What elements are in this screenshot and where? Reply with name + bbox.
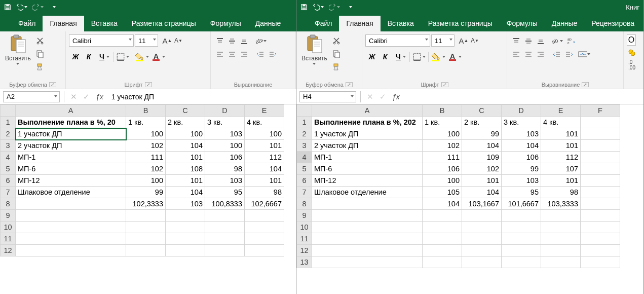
merge-center-icon[interactable] xyxy=(578,49,590,60)
align-center-icon[interactable] xyxy=(522,49,535,60)
cell[interactable] xyxy=(581,245,620,256)
cell[interactable] xyxy=(502,210,541,222)
cell[interactable] xyxy=(581,117,620,128)
orientation-icon[interactable]: ab xyxy=(551,35,563,47)
align-right-icon[interactable] xyxy=(238,49,250,60)
cell[interactable]: 101,6667 xyxy=(502,198,541,210)
cell[interactable] xyxy=(462,233,502,245)
cell[interactable]: 99 xyxy=(502,163,541,175)
font-launcher-icon[interactable]: ⤢ xyxy=(145,82,152,87)
column-header[interactable]: C xyxy=(462,105,502,117)
select-all-corner[interactable] xyxy=(297,105,312,117)
cell[interactable]: 100 xyxy=(126,175,166,187)
cell[interactable] xyxy=(126,222,166,233)
cell[interactable] xyxy=(581,140,620,152)
cell[interactable]: 102 xyxy=(462,163,502,175)
increase-indent-icon[interactable] xyxy=(267,49,279,60)
cell[interactable] xyxy=(581,210,620,222)
cut-icon[interactable] xyxy=(331,35,342,46)
align-top-icon[interactable] xyxy=(214,35,226,47)
italic-button[interactable]: К xyxy=(82,51,95,63)
cell[interactable]: 103 xyxy=(205,128,245,140)
cell[interactable] xyxy=(312,222,423,233)
cell[interactable] xyxy=(541,210,581,222)
cell[interactable] xyxy=(312,198,423,210)
cell[interactable]: 106 xyxy=(502,152,541,163)
tab-file[interactable]: Файл xyxy=(308,16,339,31)
cell[interactable]: МП-12 xyxy=(16,175,126,187)
tab-data[interactable]: Данные xyxy=(248,16,288,31)
row-header[interactable]: 7 xyxy=(1,187,16,198)
save-icon[interactable] xyxy=(300,4,308,11)
fill-color-button[interactable] xyxy=(134,52,150,62)
row-header[interactable]: 3 xyxy=(297,140,312,152)
row-header[interactable]: 12 xyxy=(297,245,312,256)
row-header[interactable]: 4 xyxy=(297,152,312,163)
column-header[interactable]: D xyxy=(205,105,245,117)
grow-font-icon[interactable]: A▲ xyxy=(162,35,172,46)
cell[interactable] xyxy=(581,175,620,187)
cell[interactable] xyxy=(423,245,462,256)
cell[interactable]: 95 xyxy=(502,187,541,198)
cell[interactable] xyxy=(581,222,620,233)
fx-icon[interactable]: ƒx xyxy=(392,93,400,101)
cell[interactable]: 99 xyxy=(126,187,166,198)
cell[interactable]: 107 xyxy=(541,163,581,175)
enter-icon[interactable]: ✓ xyxy=(380,92,386,101)
cell[interactable] xyxy=(16,198,126,210)
align-center-icon[interactable] xyxy=(226,49,238,60)
cell[interactable]: 105 xyxy=(423,187,462,198)
font-color-button[interactable]: A xyxy=(446,52,463,62)
cell[interactable] xyxy=(205,210,245,222)
row-header[interactable]: 13 xyxy=(297,256,312,268)
undo-icon[interactable] xyxy=(313,4,324,11)
row-header[interactable]: 10 xyxy=(1,222,16,233)
cell[interactable]: МП-12 xyxy=(312,175,423,187)
cell[interactable] xyxy=(502,245,541,256)
row-header[interactable]: 6 xyxy=(1,175,16,187)
cell[interactable] xyxy=(245,222,284,233)
align-left-icon[interactable] xyxy=(214,49,226,60)
cell[interactable] xyxy=(581,198,620,210)
cell[interactable] xyxy=(205,233,245,245)
font-color-button[interactable]: A xyxy=(150,52,166,62)
row-header[interactable]: 6 xyxy=(297,175,312,187)
tab-file[interactable]: Файл xyxy=(11,16,43,31)
cell[interactable]: 111 xyxy=(423,152,462,163)
cut-icon[interactable] xyxy=(35,35,45,46)
cell[interactable]: 2 кв. xyxy=(462,117,502,128)
cell[interactable]: 2 участок ДП xyxy=(16,140,126,152)
tab-insert[interactable]: Вставка xyxy=(84,16,125,31)
cell[interactable] xyxy=(462,256,502,268)
fx-icon[interactable]: ƒx xyxy=(96,93,103,101)
cell[interactable] xyxy=(462,210,502,222)
cell[interactable]: 102 xyxy=(126,140,166,152)
cell[interactable]: 101 xyxy=(245,140,284,152)
cell[interactable] xyxy=(502,222,541,233)
cell[interactable]: 104 xyxy=(166,140,205,152)
cell[interactable] xyxy=(126,245,166,256)
borders-button[interactable] xyxy=(115,52,130,61)
cell[interactable]: 100 xyxy=(166,128,205,140)
tab-home[interactable]: Главная xyxy=(339,16,380,31)
cell[interactable] xyxy=(166,233,205,245)
row-header[interactable]: 4 xyxy=(1,152,16,163)
column-header[interactable]: E xyxy=(541,105,581,117)
cell[interactable]: 1 кв. xyxy=(126,117,166,128)
cell[interactable]: МП-6 xyxy=(312,163,423,175)
row-header[interactable]: 9 xyxy=(1,210,16,222)
column-header[interactable]: F xyxy=(581,105,620,117)
clipboard-launcher-icon[interactable]: ⤢ xyxy=(49,82,56,87)
cell[interactable] xyxy=(126,233,166,245)
currency-icon[interactable] xyxy=(627,48,637,58)
tab-formulas[interactable]: Формулы xyxy=(500,16,545,31)
cell[interactable]: Шлаковое отделение xyxy=(16,187,126,198)
cell[interactable]: 100 xyxy=(245,128,284,140)
cell[interactable]: 102 xyxy=(126,163,166,175)
cell[interactable] xyxy=(541,256,581,268)
redo-icon[interactable] xyxy=(329,4,340,11)
cell[interactable] xyxy=(166,245,205,256)
cell[interactable]: 95 xyxy=(205,187,245,198)
cell[interactable]: 100 xyxy=(423,175,462,187)
cell[interactable] xyxy=(423,256,462,268)
